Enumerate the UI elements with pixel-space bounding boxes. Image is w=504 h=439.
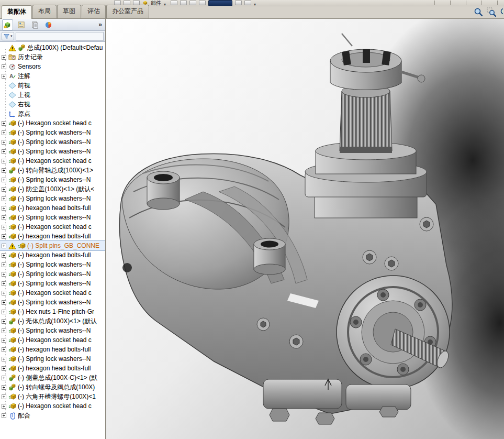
expand-plus-icon[interactable] xyxy=(2,291,6,295)
tree-item[interactable]: (-) Hexagon socket head c xyxy=(0,401,105,411)
tree-item[interactable]: (-) hexagon head bolts-full xyxy=(0,364,105,373)
expand-plus-icon[interactable] xyxy=(2,215,6,220)
toolbar-icon[interactable] xyxy=(180,1,187,5)
tab-layout[interactable]: 布局 xyxy=(32,5,57,18)
tree-item[interactable]: A注解 xyxy=(0,71,105,81)
tab-assembly[interactable]: 装配体 xyxy=(2,5,32,19)
tree-item[interactable]: (-) Spring lock washers--N xyxy=(0,137,105,147)
toolbar-icon[interactable] xyxy=(199,1,206,5)
tree-item[interactable]: (-) Hexagon socket head c xyxy=(0,222,105,232)
tree-item[interactable]: (-) hexagon head bolts-full xyxy=(0,345,105,354)
tree-item[interactable]: 历史记录 xyxy=(0,52,105,62)
toolbar-icon[interactable] xyxy=(189,1,196,5)
graphics-area[interactable] xyxy=(106,19,504,439)
filter-field[interactable] xyxy=(16,32,104,41)
tree-item[interactable]: (-) Hex nuts 1-Fine pitch-Gr xyxy=(0,307,105,316)
tree-item[interactable]: (-) Spring lock washers--N xyxy=(0,326,105,335)
expand-plus-icon[interactable] xyxy=(2,64,6,69)
tree-item[interactable]: (-) 防尘盖(100X)<1> (默认< xyxy=(0,184,105,194)
expand-plus-icon[interactable] xyxy=(2,74,6,79)
dropdown-caret-icon[interactable] xyxy=(164,0,168,6)
expand-plus-icon[interactable] xyxy=(2,206,6,211)
expand-plus-icon[interactable] xyxy=(2,366,6,371)
expand-plus-icon[interactable] xyxy=(2,404,6,409)
expand-plus-icon[interactable] xyxy=(2,281,6,286)
expand-plus-icon[interactable] xyxy=(2,310,6,314)
tab-sketch[interactable]: 草图 xyxy=(57,5,81,18)
tree-item[interactable]: Sensors xyxy=(0,62,105,71)
expand-plus-icon[interactable] xyxy=(2,55,6,60)
active-tool-button[interactable] xyxy=(208,0,232,6)
tree-item[interactable]: (-) Spring lock washers--N xyxy=(0,260,105,269)
zoom-fit-button[interactable] xyxy=(474,7,483,17)
tree-item[interactable]: (-) Spring lock washers--N xyxy=(0,213,105,222)
tree-item[interactable]: (-) Spring lock washers--N xyxy=(0,354,105,364)
expand-plus-icon[interactable] xyxy=(2,376,6,380)
tree-item[interactable]: (-) 转向螺母及阀总成(100X) xyxy=(0,382,105,392)
tree-item[interactable]: 前视 xyxy=(0,81,105,90)
expand-plus-icon[interactable] xyxy=(2,234,6,239)
tree-item[interactable]: (-) hexagon head bolts-full xyxy=(0,203,105,213)
tree-item[interactable]: 原点 xyxy=(0,109,105,118)
tab-office-products[interactable]: 办公室产品 xyxy=(106,5,149,18)
featuremanager-tab[interactable] xyxy=(2,19,13,30)
expand-plus-icon[interactable] xyxy=(2,338,6,343)
tree-item[interactable]: (-) Spring lock washers--N xyxy=(0,269,105,279)
expand-plus-icon[interactable] xyxy=(2,168,6,173)
tree-item[interactable]: (-) Spring lock washers--N xyxy=(0,175,105,184)
expand-plus-icon[interactable] xyxy=(2,196,6,201)
expand-plus-icon[interactable] xyxy=(2,140,6,145)
toolbar-icon[interactable] xyxy=(171,1,177,5)
toolbar-icon[interactable] xyxy=(235,1,242,5)
filter-button[interactable] xyxy=(2,32,14,40)
toolbar-icon[interactable] xyxy=(244,1,251,5)
expand-plus-icon[interactable] xyxy=(2,149,6,154)
expand-plus-icon[interactable] xyxy=(2,225,6,229)
expand-plus-icon[interactable] xyxy=(2,357,6,361)
tree-item[interactable]: (-) Spring lock washers--N xyxy=(0,298,105,307)
tree-item[interactable]: (-) Hexagon socket head c xyxy=(0,288,105,298)
expand-plus-icon[interactable] xyxy=(2,300,6,305)
tab-evaluate[interactable]: 评估 xyxy=(82,5,106,18)
tree-item[interactable]: (-) 侧盖总成(100X-C)<1> (默 xyxy=(0,373,105,382)
configurationmanager-tab[interactable] xyxy=(29,19,40,30)
tree-item[interactable]: 配合 xyxy=(0,411,105,420)
expand-plus-icon[interactable] xyxy=(2,159,6,163)
expand-plus-icon[interactable] xyxy=(2,130,6,135)
tree-item[interactable]: (-) Hexagon socket head c xyxy=(0,156,105,166)
tree-item[interactable]: (-) 转向臂轴总成(100X)<1> xyxy=(0,166,105,175)
expand-plus-icon[interactable] xyxy=(2,413,6,418)
tree-item[interactable]: (-) Spring lock washers--N xyxy=(0,147,105,156)
expand-plus-icon[interactable] xyxy=(2,187,6,192)
expand-plus-icon[interactable] xyxy=(2,244,6,248)
tree-item[interactable]: (-) hexagon head bolts-full xyxy=(0,250,105,260)
tree-item[interactable]: (-) Spring lock washers--N xyxy=(0,194,105,203)
zoom-tool-partial-icon[interactable] xyxy=(500,7,503,17)
expand-plus-icon[interactable] xyxy=(2,272,6,277)
tree-item[interactable]: (-) 壳体总成(100X)<1> (默认 xyxy=(0,316,105,326)
zoom-area-button[interactable] xyxy=(487,7,496,17)
dropdown-caret-icon[interactable] xyxy=(254,0,258,6)
expand-plus-icon[interactable] xyxy=(2,253,6,258)
expand-plus-icon[interactable] xyxy=(2,328,6,333)
expand-plus-icon[interactable] xyxy=(2,178,6,182)
tree-item[interactable]: (-) Spring lock washers--N xyxy=(0,128,105,137)
tree-item[interactable]: 上视 xyxy=(0,90,105,100)
tree-item[interactable]: 总成(100X) (Default<Defau xyxy=(0,43,105,52)
component-button[interactable]: 部件 xyxy=(151,0,161,6)
expand-plus-icon[interactable] xyxy=(2,347,6,352)
tree-item[interactable]: (-) Hexagon socket head c xyxy=(0,335,105,345)
displaymanager-tab[interactable] xyxy=(43,19,54,30)
expand-plus-icon[interactable] xyxy=(2,394,6,399)
tree-item[interactable]: (-) Hexagon socket head c xyxy=(0,118,105,128)
tree-item[interactable]: (-) Spring lock washers--N xyxy=(0,279,105,288)
tree-item[interactable]: (-) hexagon head bolts-full xyxy=(0,232,105,241)
panel-overflow-chevron[interactable] xyxy=(98,21,103,28)
expand-plus-icon[interactable] xyxy=(2,319,6,324)
tree-item[interactable]: (-) 六角开槽薄螺母(100X)<1 xyxy=(0,392,105,401)
expand-plus-icon[interactable] xyxy=(2,385,6,390)
expand-plus-icon[interactable] xyxy=(2,262,6,267)
propertymanager-tab[interactable] xyxy=(16,19,27,30)
expand-plus-icon[interactable] xyxy=(2,121,6,126)
tree-item[interactable]: (-) Split pins_GB_CONNE xyxy=(0,241,105,250)
